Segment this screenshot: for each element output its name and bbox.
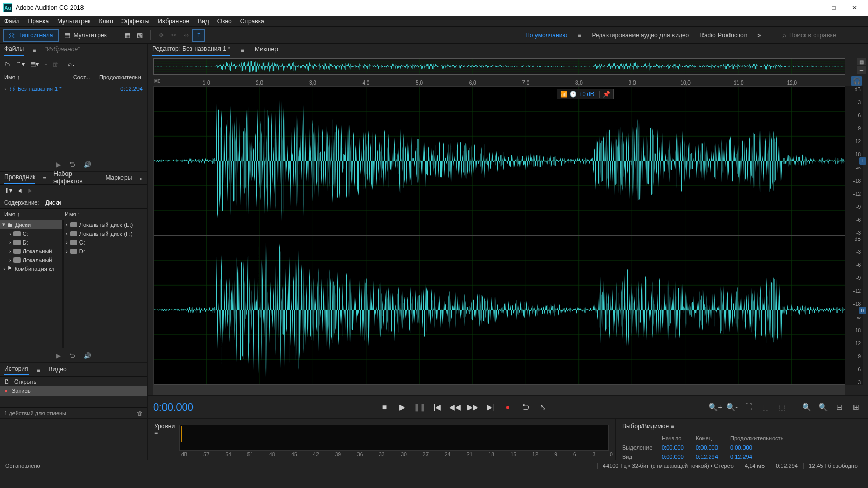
file-row[interactable]: › ⧘⧙ Без названия 1 * 0:12.294 [0,83,147,94]
tree-local1[interactable]: › Локальный [0,247,62,255]
selection-menu-icon[interactable]: ≡ [671,423,674,430]
help-search-input[interactable] [789,32,857,39]
levels-label[interactable]: Уровни [154,423,175,430]
files-col-status[interactable]: Сост... [73,74,99,80]
record-button[interactable]: ● [501,400,515,414]
channel-right-label[interactable]: R [859,307,866,314]
time-ruler[interactable]: мс 1,02,03,04,05,06,07,08,09,010,011,012… [153,76,845,86]
filter-search-icon[interactable]: ⌕▾ [68,61,75,68]
skip-end-button[interactable]: ▶| [484,400,497,414]
mixer-tab[interactable]: Микшер [255,46,278,55]
browser-list-col-name[interactable]: Имя ↑ [65,211,143,218]
zoom-out-amp-icon[interactable]: 🔍 [816,400,830,414]
toolbar-spectral-pitch-icon[interactable]: ▧ [134,29,146,42]
volume-hud[interactable]: 📶 🕑 +0 dB 📌 [557,89,614,99]
loop-icon[interactable]: ⮌ [69,352,75,359]
delete-icon[interactable]: 🗑 [52,61,59,68]
list-item[interactable]: › D: [64,247,147,255]
zoom-out-time-icon[interactable]: 🔍- [725,400,739,414]
channel-left-label[interactable]: L [859,157,866,165]
browser-col-name[interactable]: Имя ↑ [4,211,65,218]
editor-tab[interactable]: Редактор: Без названия 1 * [152,45,230,56]
tab-favorites[interactable]: "Избранное" [44,46,80,55]
trash-icon[interactable]: 🗑 [137,410,143,416]
list-item[interactable]: › C: [64,238,147,247]
history-open[interactable]: 🗋 Открыть [0,377,147,386]
sel-dur[interactable]: 0:00.000 [730,444,771,451]
overview-opt2-icon[interactable]: ☰ [857,66,866,74]
workspace-menu-icon[interactable]: ≡ [577,32,581,39]
toolbar-spectral-freq-icon[interactable]: ▦ [121,29,134,42]
loop-icon[interactable]: ⮌ [69,161,75,168]
list-item[interactable]: › Локальный диск (E:) [64,220,147,229]
tab-browser-menu-icon[interactable]: ≡ [43,175,46,182]
menu-edit[interactable]: Правка [28,18,49,25]
skip-selection-button[interactable]: ⤡ [536,400,550,414]
pin-icon[interactable]: 📌 [599,91,610,98]
rewind-button[interactable]: ◀◀ [448,400,462,414]
sel-end[interactable]: 0:00.000 [696,444,730,451]
menu-favorites[interactable]: Избранное [158,18,189,25]
menu-help[interactable]: Справка [240,18,265,25]
mode-multitrack-button[interactable]: ▤ Мультитрек [59,29,112,42]
tab-effects[interactable]: Набор эффектов [53,170,98,187]
view-end[interactable]: 0:12.294 [696,454,730,460]
tab-markers[interactable]: Маркеры [105,174,132,183]
editor-tab-menu-icon[interactable]: ≡ [241,47,244,54]
zoom-reset-amp-icon[interactable]: ⊟ [833,400,846,414]
play-icon[interactable]: ▶ [56,352,61,359]
menu-file[interactable]: Файл [4,18,20,25]
levels-menu-icon[interactable]: ≡ [154,430,158,437]
new-file-icon[interactable]: 🗋▾ [16,61,25,68]
workspace-default[interactable]: По умолчанию [525,32,567,39]
history-record[interactable]: ● Запись [0,386,147,396]
menu-view[interactable]: Вид [198,18,209,25]
razor-tool-icon[interactable]: ✂ [168,29,180,42]
tree-c[interactable]: › C: [0,229,62,238]
level-meter[interactable] [179,425,609,451]
autoplay-icon[interactable]: 🔊 [84,352,91,359]
insert-icon[interactable]: 🠿 [44,61,47,68]
menu-multitrack[interactable]: Мультитрек [57,18,90,25]
tab-files[interactable]: Файлы [4,45,24,56]
tab-video[interactable]: Видео [49,365,67,375]
overview-opt1-icon[interactable]: ▦ [857,58,866,65]
tree-local2[interactable]: › Локальный [0,255,62,264]
zoom-sel-icon[interactable]: ⬚ [759,400,772,414]
list-item[interactable]: › Локальный диск (F:) [64,229,147,238]
expand-icon[interactable]: › [4,86,6,92]
menu-clip[interactable]: Клип [99,18,113,25]
workspace-editaudio[interactable]: Редактирование аудио для видео [591,32,689,39]
move-tool-icon[interactable]: ✥ [155,29,168,42]
files-col-name[interactable]: Имя ↑ [4,74,73,80]
back-icon[interactable]: ◄ [17,187,23,194]
tree-shortcuts[interactable]: › ⚑Комбинация кл [0,264,62,273]
tree-d[interactable]: › D: [0,238,62,247]
fwd-icon[interactable]: ► [27,187,33,194]
loop-button[interactable]: ⮌ [519,400,532,414]
waveform-display[interactable]: 📶 🕑 +0 dB 📌 L R dB-3-6-9-12-18-∞-18-12-9… [153,86,863,385]
selection-title[interactable]: Выбор/Видимое [622,423,669,430]
playhead[interactable] [154,87,154,385]
menu-window[interactable]: Окно [217,18,232,25]
minimize-button[interactable]: – [803,0,823,16]
tree-disks[interactable]: ▾ 🖿Диски [0,220,62,229]
zoom-full-icon[interactable]: ⛶ [742,400,755,414]
menu-effects[interactable]: Эффекты [121,18,150,25]
slip-tool-icon[interactable]: ⇔ [180,29,192,42]
autoplay-icon[interactable]: 🔊 [84,161,91,168]
workspace-radio[interactable]: Radio Production [699,32,747,39]
play-icon[interactable]: ▶ [56,161,61,168]
tab-history[interactable]: История [4,365,29,375]
zoom-in-sel-icon[interactable]: ⬚ [775,400,789,414]
workspace-more-icon[interactable]: » [757,32,761,39]
zoom-in-time-icon[interactable]: 🔍+ [709,400,722,414]
play-button[interactable]: ▶ [395,400,409,414]
up-button-icon[interactable]: ⬆▾ [4,187,12,194]
tab-files-menu-icon[interactable]: ≡ [32,47,36,54]
view-start[interactable]: 0:00.000 [662,454,696,460]
horizontal-scrollbar[interactable] [153,385,845,395]
overview[interactable]: ▦ ☰ [148,57,868,76]
new-multitrack-icon[interactable]: ▤▾ [30,61,39,68]
timecode[interactable]: 0:00.000 [153,401,298,413]
